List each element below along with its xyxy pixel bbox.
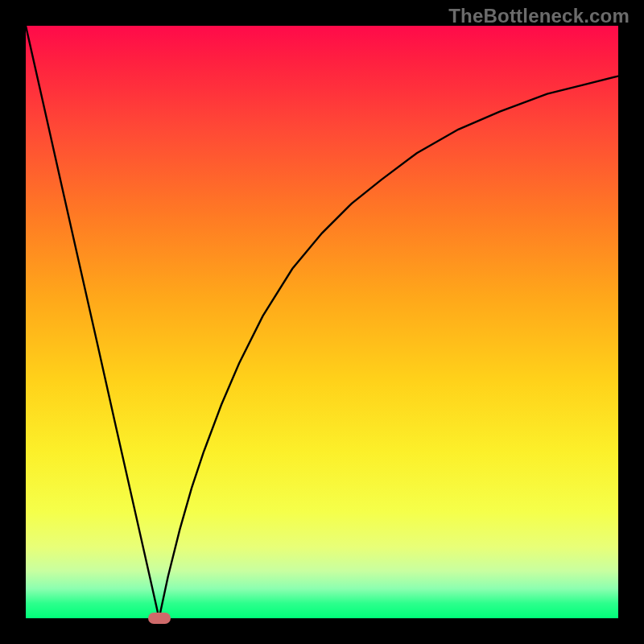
curve-right-branch	[159, 76, 618, 618]
plot-area	[26, 26, 618, 618]
minimum-marker	[148, 613, 171, 624]
chart-frame: TheBottleneck.com	[0, 0, 644, 644]
curve-left-branch	[26, 26, 159, 618]
curve-svg	[26, 26, 618, 618]
watermark-text: TheBottleneck.com	[448, 5, 630, 27]
